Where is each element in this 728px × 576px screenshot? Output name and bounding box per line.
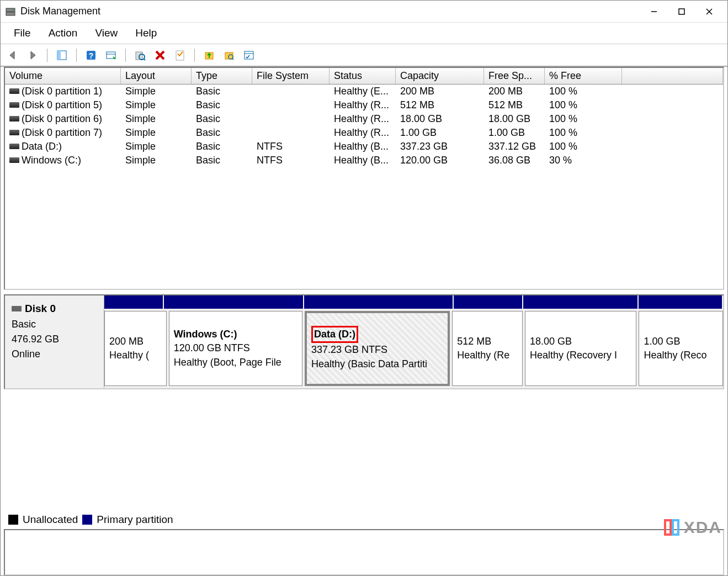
partition-box[interactable]: 512 MBHealthy (Re xyxy=(452,311,523,386)
volume-list-body: (Disk 0 partition 1)SimpleBasicHealthy (… xyxy=(5,84,723,289)
window-controls xyxy=(640,1,723,23)
volume-icon xyxy=(9,102,19,108)
menu-file[interactable]: File xyxy=(5,25,40,41)
volume-row[interactable]: (Disk 0 partition 7)SimpleBasicHealthy (… xyxy=(5,126,723,140)
volume-row[interactable]: (Disk 0 partition 5)SimpleBasicHealthy (… xyxy=(5,98,723,112)
volume-row[interactable]: (Disk 0 partition 6)SimpleBasicHealthy (… xyxy=(5,112,723,126)
volume-icon xyxy=(9,130,19,135)
legend-swatch-primary xyxy=(82,515,92,525)
svg-line-22 xyxy=(232,59,233,60)
action1-button[interactable] xyxy=(201,47,217,63)
minimize-button[interactable] xyxy=(640,1,668,23)
window-title: Disk Management xyxy=(20,6,640,17)
menu-help[interactable]: Help xyxy=(126,25,166,41)
action2-button[interactable] xyxy=(221,47,237,63)
partition-box[interactable]: 18.00 GBHealthy (Recovery I xyxy=(525,311,636,386)
legend-label-primary: Primary partition xyxy=(97,514,173,526)
svg-rect-26 xyxy=(665,520,671,535)
partition-box[interactable]: Data (D:)337.23 GB NTFSHealthy (Basic Da… xyxy=(305,311,450,386)
svg-rect-23 xyxy=(245,51,253,59)
disk-state: Online xyxy=(12,347,97,362)
disk-icon xyxy=(12,302,22,316)
disk-info[interactable]: Disk 0 Basic 476.92 GB Online xyxy=(5,295,104,388)
disk-size: 476.92 GB xyxy=(12,332,97,347)
volume-icon xyxy=(9,116,19,121)
legend-label-unallocated: Unallocated xyxy=(23,514,78,526)
settings-button[interactable] xyxy=(103,47,119,63)
menu-view[interactable]: View xyxy=(86,25,126,41)
menubar: File Action View Help xyxy=(1,23,727,44)
watermark-text: XDA xyxy=(684,518,722,537)
svg-rect-8 xyxy=(57,51,61,60)
legend: Unallocated Primary partition xyxy=(8,514,173,526)
volume-icon xyxy=(9,157,19,163)
svg-line-15 xyxy=(144,59,145,60)
partition-box[interactable]: 1.00 GBHealthy (Reco xyxy=(639,311,723,386)
column-header-blank[interactable] xyxy=(622,68,723,84)
disk-name: Disk 0 xyxy=(25,301,56,317)
column-header-layout[interactable]: Layout xyxy=(121,68,192,84)
column-header-freespace[interactable]: Free Sp... xyxy=(484,68,545,84)
properties-button[interactable] xyxy=(172,47,188,63)
forward-button[interactable] xyxy=(25,47,40,63)
legend-swatch-unallocated xyxy=(8,515,18,525)
disk-graphical-view: Disk 0 Basic 476.92 GB Online 200 MBHeal… xyxy=(4,294,724,389)
svg-point-2 xyxy=(13,9,14,10)
toolbar-separator xyxy=(194,49,195,62)
volume-icon xyxy=(9,88,19,94)
partition-box[interactable]: Windows (C:)120.00 GB NTFSHealthy (Boot,… xyxy=(169,311,302,386)
column-header-status[interactable]: Status xyxy=(330,68,396,84)
toolbar-separator xyxy=(47,49,47,62)
disk-type: Basic xyxy=(12,317,97,332)
partition-color-strip xyxy=(104,295,723,309)
volume-list-header: Volume Layout Type File System Status Ca… xyxy=(5,68,723,84)
svg-text:?: ? xyxy=(89,51,94,60)
help-button[interactable]: ? xyxy=(83,47,99,63)
toolbar-separator xyxy=(125,49,126,62)
delete-button[interactable] xyxy=(152,47,168,63)
column-header-capacity[interactable]: Capacity xyxy=(396,68,484,84)
highlight-annotation: Data (D:) xyxy=(311,326,358,343)
watermark: XDA xyxy=(663,518,722,537)
column-header-type[interactable]: Type xyxy=(192,68,252,84)
volume-row[interactable]: (Disk 0 partition 1)SimpleBasicHealthy (… xyxy=(5,84,723,98)
maximize-button[interactable] xyxy=(668,1,695,23)
svg-rect-4 xyxy=(679,9,684,14)
partition-row: 200 MBHealthy (Windows (C:)120.00 GB NTF… xyxy=(104,309,723,388)
toolbar-separator xyxy=(76,49,77,62)
volume-list: Volume Layout Type File System Status Ca… xyxy=(4,67,724,290)
titlebar: Disk Management xyxy=(1,1,727,23)
column-header-filesystem[interactable]: File System xyxy=(252,68,330,84)
partition-strip-container: 200 MBHealthy (Windows (C:)120.00 GB NTF… xyxy=(104,295,723,388)
show-hide-console-button[interactable] xyxy=(54,47,70,63)
refresh-button[interactable] xyxy=(132,47,148,63)
back-button[interactable] xyxy=(5,47,20,63)
volume-row[interactable]: Data (D:)SimpleBasicNTFSHealthy (B...337… xyxy=(5,140,723,154)
volume-icon xyxy=(9,144,19,149)
volume-row[interactable]: Windows (C:)SimpleBasicNTFSHealthy (B...… xyxy=(5,154,723,167)
column-header-pctfree[interactable]: % Free xyxy=(545,68,622,84)
column-header-volume[interactable]: Volume xyxy=(5,68,121,84)
partition-box[interactable]: 200 MBHealthy ( xyxy=(104,311,167,386)
close-button[interactable] xyxy=(695,1,723,23)
svg-rect-1 xyxy=(6,12,15,15)
app-icon xyxy=(5,6,16,17)
action3-button[interactable] xyxy=(241,47,257,63)
bottom-panel xyxy=(4,529,724,575)
svg-rect-25 xyxy=(12,306,22,311)
svg-rect-27 xyxy=(673,520,678,535)
toolbar: ? xyxy=(1,44,727,67)
menu-action[interactable]: Action xyxy=(40,25,87,41)
